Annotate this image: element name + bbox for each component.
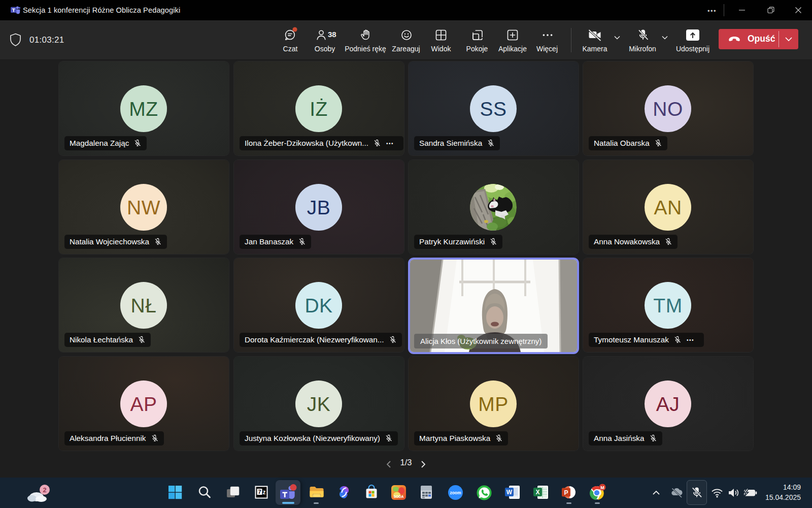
svg-text:zoom: zoom — [450, 490, 461, 495]
svg-text:SODA: SODA — [393, 495, 403, 498]
svg-text:7: 7 — [258, 489, 261, 495]
svg-text:2: 2 — [43, 486, 46, 494]
svg-text:W: W — [506, 489, 513, 496]
svg-text:P: P — [564, 489, 568, 496]
svg-text:X: X — [535, 489, 539, 496]
svg-text:M: M — [600, 485, 604, 490]
svg-text:z: z — [263, 489, 266, 496]
